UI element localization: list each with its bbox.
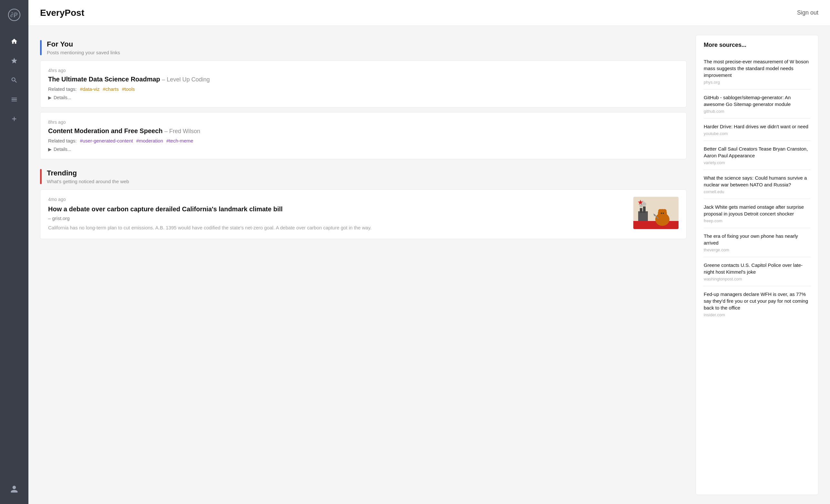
source-item-1[interactable]: GitHub - sabloger/sitemap-generator: An … xyxy=(704,90,810,119)
post-2-tag-2[interactable]: #moderation xyxy=(136,138,163,144)
trending-subtitle: What's getting noticed around the web xyxy=(47,179,129,184)
svg-point-12 xyxy=(658,209,662,213)
main-area: EveryPost Sign out For You Posts mention… xyxy=(28,0,830,504)
header: EveryPost Sign out xyxy=(28,0,830,26)
source-domain-7: washingtonpost.com xyxy=(704,277,810,281)
post-2-tag-3[interactable]: #tech-meme xyxy=(166,138,193,144)
source-title-7: Greene contacts U.S. Capitol Police over… xyxy=(704,262,810,275)
post-2-time: 8hrs ago xyxy=(48,120,678,125)
source-domain-4: cornell.edu xyxy=(704,189,810,194)
svg-rect-6 xyxy=(643,207,646,213)
content-area: For You Posts mentioning your saved link… xyxy=(28,26,830,504)
post-1-time: 4hrs ago xyxy=(48,68,678,73)
svg-point-15 xyxy=(663,213,664,214)
trending-card-1: 4mo ago How a debate over carbon capture… xyxy=(40,189,687,239)
post-1-title: The Ultimate Data Science Roadmap – Leve… xyxy=(48,75,678,83)
source-item-5[interactable]: Jack White gets married onstage after su… xyxy=(704,199,810,228)
sources-list: The most precise-ever measurement of W b… xyxy=(704,54,810,322)
source-title-2: Harder Drive: Hard drives we didn't want… xyxy=(704,123,810,130)
source-domain-6: theverge.com xyxy=(704,248,810,252)
app-logo: ∂P xyxy=(6,6,23,23)
source-title-3: Better Call Saul Creators Tease Bryan Cr… xyxy=(704,146,810,159)
post-1-source: – Level Up Coding xyxy=(162,76,210,83)
trending-1-image xyxy=(633,197,678,229)
source-domain-3: variety.com xyxy=(704,160,810,165)
more-sources-title: More sources... xyxy=(704,42,810,49)
svg-point-14 xyxy=(661,213,662,214)
sidebar-bottom xyxy=(6,481,23,498)
trending-header-text: Trending What's getting noticed around t… xyxy=(47,169,129,184)
post-card-1: 4hrs ago The Ultimate Data Science Roadm… xyxy=(40,60,687,107)
source-title-0: The most precise-ever measurement of W b… xyxy=(704,58,810,78)
sidebar-item-search[interactable] xyxy=(6,72,23,89)
for-you-title: For You xyxy=(47,40,120,49)
source-title-4: What the science says: Could humans surv… xyxy=(704,175,810,188)
svg-rect-5 xyxy=(640,208,642,213)
app-title: EveryPost xyxy=(40,8,84,18)
post-1-tags-label: Related tags: xyxy=(48,86,76,92)
post-1-tag-2[interactable]: #charts xyxy=(103,86,119,92)
source-item-8[interactable]: Fed-up managers declare WFH is over, as … xyxy=(704,286,810,322)
feed-column: For You Posts mentioning your saved link… xyxy=(40,35,687,495)
source-item-4[interactable]: What the science says: Could humans surv… xyxy=(704,170,810,199)
source-item-0[interactable]: The most precise-ever measurement of W b… xyxy=(704,54,810,90)
right-sidebar: More sources... The most precise-ever me… xyxy=(696,35,818,495)
source-title-5: Jack White gets married onstage after su… xyxy=(704,203,810,217)
trending-1-title: How a debate over carbon capture deraile… xyxy=(48,204,627,214)
post-1-tags: Related tags: #data-viz #charts #tools xyxy=(48,86,678,92)
for-you-bar xyxy=(40,40,42,55)
sidebar-nav xyxy=(6,33,23,481)
trending-section-header: Trending What's getting noticed around t… xyxy=(40,164,687,189)
post-2-title: Content Moderation and Free Speech – Fre… xyxy=(48,127,678,135)
sign-out-button[interactable]: Sign out xyxy=(797,9,818,16)
svg-point-13 xyxy=(663,209,667,213)
trending-card-1-content: 4mo ago How a debate over carbon capture… xyxy=(48,197,627,232)
source-domain-1: github.com xyxy=(704,109,810,114)
post-1-tag-1[interactable]: #data-viz xyxy=(80,86,99,92)
trending-title: Trending xyxy=(47,169,129,177)
post-2-source: – Fred Wilson xyxy=(164,128,200,134)
source-domain-8: insider.com xyxy=(704,312,810,317)
post-1-details-toggle[interactable]: ▶ Details... xyxy=(48,95,71,100)
sidebar-item-favorites[interactable] xyxy=(6,52,23,69)
post-card-2: 8hrs ago Content Moderation and Free Spe… xyxy=(40,112,687,159)
sidebar-avatar[interactable] xyxy=(6,481,23,498)
source-title-6: The era of fixing your own phone has nea… xyxy=(704,232,810,246)
post-2-details-toggle[interactable]: ▶ Details... xyxy=(48,147,71,152)
source-domain-0: phys.org xyxy=(704,80,810,85)
source-title-8: Fed-up managers declare WFH is over, as … xyxy=(704,291,810,311)
sidebar-item-menu[interactable] xyxy=(6,91,23,108)
source-item-2[interactable]: Harder Drive: Hard drives we didn't want… xyxy=(704,119,810,141)
source-item-3[interactable]: Better Call Saul Creators Tease Bryan Cr… xyxy=(704,141,810,170)
for-you-subtitle: Posts mentioning your saved links xyxy=(47,50,120,55)
svg-text:∂P: ∂P xyxy=(10,11,18,19)
sidebar: ∂P xyxy=(0,0,28,504)
sidebar-item-home[interactable] xyxy=(6,33,23,50)
source-domain-2: youtube.com xyxy=(704,131,810,136)
post-2-tags: Related tags: #user-generated-content #m… xyxy=(48,138,678,144)
source-item-7[interactable]: Greene contacts U.S. Capitol Police over… xyxy=(704,257,810,286)
sidebar-item-add[interactable] xyxy=(6,111,23,127)
trending-1-desc: California has no long-term plan to cut … xyxy=(48,224,627,232)
for-you-section-header: For You Posts mentioning your saved link… xyxy=(40,35,687,60)
trending-bar xyxy=(40,169,42,184)
source-title-1: GitHub - sabloger/sitemap-generator: An … xyxy=(704,94,810,107)
post-1-tag-3[interactable]: #tools xyxy=(122,86,135,92)
trending-1-source: – grist.org xyxy=(48,216,627,221)
post-2-tags-label: Related tags: xyxy=(48,138,76,144)
trending-1-time: 4mo ago xyxy=(48,197,627,202)
for-you-header-text: For You Posts mentioning your saved link… xyxy=(47,40,120,55)
source-domain-5: freep.com xyxy=(704,218,810,223)
source-item-6[interactable]: The era of fixing your own phone has nea… xyxy=(704,228,810,257)
post-2-tag-1[interactable]: #user-generated-content xyxy=(80,138,133,144)
svg-rect-3 xyxy=(633,221,678,229)
